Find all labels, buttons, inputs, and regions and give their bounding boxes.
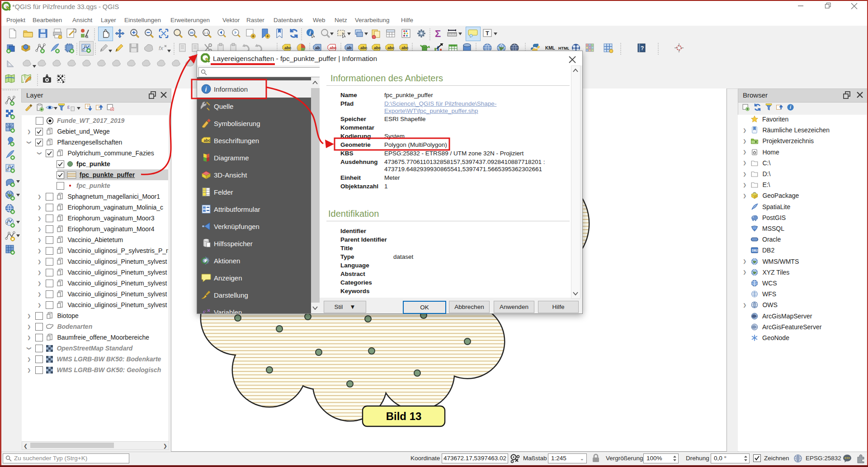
svg-text:abc: abc xyxy=(374,46,381,50)
svg-text:ε: ε xyxy=(67,104,70,110)
svg-text:DB2: DB2 xyxy=(752,249,758,252)
svg-text:Bild 13: Bild 13 xyxy=(386,410,422,422)
svg-text:abc: abc xyxy=(387,46,395,50)
svg-text:Σ: Σ xyxy=(435,28,441,39)
svg-text:fx: fx xyxy=(159,45,164,51)
svg-text:ab: ab xyxy=(315,46,320,50)
svg-text:abc: abc xyxy=(204,138,211,143)
svg-text:HTML: HTML xyxy=(558,46,569,51)
svg-text:abc: abc xyxy=(360,46,368,50)
svg-text:ε: ε xyxy=(203,308,206,313)
svg-text:1:1: 1:1 xyxy=(204,31,208,34)
svg-text:KML: KML xyxy=(545,46,555,51)
svg-text:a: a xyxy=(85,33,89,39)
svg-text:?: ? xyxy=(641,45,644,51)
svg-text:ab: ab xyxy=(347,46,352,50)
svg-text:abc: abc xyxy=(330,46,337,50)
svg-text:T: T xyxy=(486,30,489,37)
svg-text:i: i xyxy=(309,29,311,36)
svg-text:abc: abc xyxy=(401,46,409,50)
svg-text:abc: abc xyxy=(284,46,292,50)
